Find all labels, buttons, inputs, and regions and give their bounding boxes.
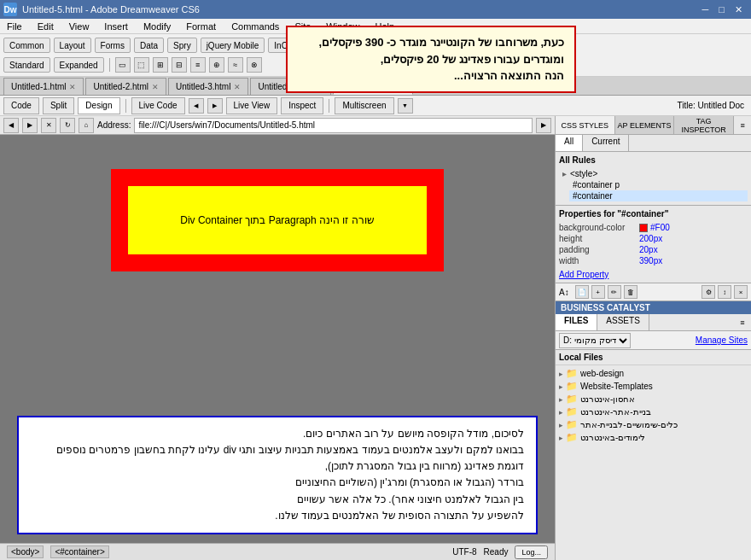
workspace-spry[interactable]: Spry <box>167 38 197 53</box>
bottom-annotation-text: לסיכום, מודל הקופסה מיושם על רוב האתרים … <box>56 428 524 522</box>
status-text: Ready <box>484 547 509 557</box>
files-tab[interactable]: FILES <box>556 314 597 330</box>
minimize-btn[interactable]: ─ <box>697 4 714 15</box>
close-btn[interactable]: ✕ <box>730 4 748 15</box>
design-btn[interactable]: Design <box>78 97 119 114</box>
layout-expanded[interactable]: Expanded <box>54 57 104 73</box>
rule-container-p[interactable]: #container p <box>569 179 748 190</box>
multiscreen-arrow[interactable]: ▼ <box>398 98 413 114</box>
delete-rule-icon[interactable]: 🗑 <box>624 285 637 299</box>
new-rule-icon[interactable]: + <box>591 285 605 299</box>
title-label: Title: Untitled Doc <box>677 101 744 110</box>
prop-value-width[interactable]: 390px <box>639 256 662 265</box>
title-text: Untitled-5.html - Adobe Dreamweaver CS6 <box>22 4 200 15</box>
split-btn[interactable]: Split <box>43 97 74 114</box>
tab-untitled2[interactable]: Untitled-2.html ✕ <box>85 78 166 95</box>
address-input[interactable] <box>134 118 533 133</box>
workspace-layout[interactable]: Layout <box>54 38 91 53</box>
layout-standard[interactable]: Standard <box>3 57 50 73</box>
css-sub-tabs: All Current <box>556 135 751 152</box>
file-item-limudim[interactable]: ▸ 📁 לימודים-באינטרנט <box>557 431 749 444</box>
nav-home[interactable]: ⌂ <box>79 118 94 133</box>
prop-value-text-bg: #F00 <box>650 223 670 232</box>
menu-view[interactable]: View <box>66 20 93 32</box>
menu-format[interactable]: Format <box>183 20 219 32</box>
folder-icon: 📁 <box>566 394 578 405</box>
menu-edit[interactable]: Edit <box>34 20 57 32</box>
file-item-bniyat[interactable]: ▸ 📁 בניית-אתר-אינטרנט <box>557 405 749 418</box>
drive-select[interactable]: D: דיסק מקומי <box>559 333 631 348</box>
prop-value-padding[interactable]: 20px <box>639 245 658 254</box>
toolbar-icon-3[interactable]: ⊞ <box>153 57 168 73</box>
prop-height: height 200px <box>559 233 748 244</box>
toolbar-icon-6[interactable]: ⊕ <box>209 57 224 73</box>
live-view-btn[interactable]: Live View <box>226 97 278 114</box>
files-options-btn[interactable]: ≡ <box>734 314 751 330</box>
tab-untitled3[interactable]: Untitled-3.html ✕ <box>168 78 248 95</box>
nav-back[interactable]: ◀ <box>3 118 19 133</box>
app-icon: Dw <box>3 3 17 16</box>
file-item-kelim[interactable]: ▸ 📁 כלים-שימושיים-לבניית-אתר <box>557 418 749 431</box>
file-name: Website-Templates <box>580 382 653 391</box>
expand-icon: ▸ <box>559 382 563 391</box>
manage-sites-link[interactable]: Manage Sites <box>696 335 748 345</box>
workspace-forms[interactable]: Forms <box>95 38 131 53</box>
toolbar-icon-8[interactable]: ⊗ <box>247 57 262 73</box>
add-property-link[interactable]: Add Property <box>559 270 748 279</box>
file-item-achsona[interactable]: ▸ 📁 אחסון-אינטרנט <box>557 393 749 405</box>
ap-elements-tab[interactable]: AP ELEMENTS <box>615 116 675 134</box>
address-go[interactable]: ▶ <box>536 118 551 133</box>
toolbar-icon-7[interactable]: ≈ <box>228 57 243 73</box>
toolbar-icon-4[interactable]: ⊟ <box>172 57 187 73</box>
menu-modify[interactable]: Modify <box>140 20 174 32</box>
file-item-templates[interactable]: ▸ 📁 Website-Templates <box>557 380 749 393</box>
toolbar-icon-5[interactable]: ≡ <box>190 57 206 73</box>
nav-stop[interactable]: ✕ <box>41 118 56 133</box>
tab-untitled1[interactable]: Untitled-1.html ✕ <box>3 78 84 95</box>
container-div[interactable]: שורה זו הינה Paragraph בתוך Div Containe… <box>111 169 444 271</box>
multiscreen-btn[interactable]: Multiscreen <box>335 97 393 114</box>
status-tag-container[interactable]: <#container> <box>50 545 108 558</box>
panel-tool-7[interactable]: × <box>734 285 748 299</box>
workspace-common[interactable]: Common <box>3 38 50 53</box>
tab-close-1[interactable]: ✕ <box>69 83 76 91</box>
tab-label: Untitled-2.html <box>93 82 148 91</box>
rule-style[interactable]: ▸ <style> <box>559 168 748 179</box>
live-code-btn[interactable]: Live Code <box>131 97 185 114</box>
nav-forward[interactable]: ▶ <box>22 118 38 133</box>
panel-tool-5[interactable]: ⚙ <box>702 285 715 299</box>
tab-close-2[interactable]: ✕ <box>152 83 159 91</box>
toolbar-icon-1[interactable]: ▭ <box>115 57 131 73</box>
inspect-btn[interactable]: Inspect <box>281 97 323 114</box>
status-tag-body[interactable]: <body> <box>7 545 44 558</box>
nav-refresh[interactable]: ↻ <box>60 118 75 133</box>
toolbar-icon-2[interactable]: ⬚ <box>134 57 149 73</box>
tab-close-3[interactable]: ✕ <box>234 83 241 91</box>
assets-tab[interactable]: ASSETS <box>597 314 649 330</box>
menu-file[interactable]: File <box>3 20 26 32</box>
rule-container[interactable]: #container <box>569 190 748 201</box>
css-all-tab[interactable]: All <box>556 135 583 151</box>
panel-options-btn[interactable]: ≡ <box>734 116 751 134</box>
panel-tool-6[interactable]: ↕ <box>718 285 731 299</box>
file-item-webdesign[interactable]: ▸ 📁 web-design <box>557 367 749 380</box>
workspace-jquery-mobile[interactable]: jQuery Mobile <box>201 38 265 53</box>
prop-value-bg[interactable]: #F00 <box>639 223 670 232</box>
edit-rule-icon[interactable]: ✏ <box>608 285 621 299</box>
new-stylesheet-icon[interactable]: 📄 <box>575 285 589 299</box>
live-code-icon1[interactable]: ◀ <box>189 98 204 114</box>
prop-value-height[interactable]: 200px <box>639 234 662 243</box>
menu-insert[interactable]: Insert <box>101 20 131 32</box>
sort-icon: A↕ <box>559 288 569 297</box>
rules-title: All Rules <box>559 155 748 165</box>
css-styles-tab[interactable]: CSS STYLES <box>556 116 615 134</box>
maximize-btn[interactable]: □ <box>713 4 730 15</box>
workspace-data[interactable]: Data <box>134 38 164 53</box>
log-btn[interactable]: Log... <box>515 545 548 559</box>
code-btn[interactable]: Code <box>3 97 39 114</box>
css-current-tab[interactable]: Current <box>583 135 629 151</box>
live-code-icon2[interactable]: ▶ <box>207 98 223 114</box>
files-toolbar: D: דיסק מקומי Manage Sites <box>556 331 751 350</box>
tag-inspector-tab[interactable]: TAG INSPECTOR <box>674 116 734 134</box>
menu-commands[interactable]: Commands <box>228 20 282 32</box>
